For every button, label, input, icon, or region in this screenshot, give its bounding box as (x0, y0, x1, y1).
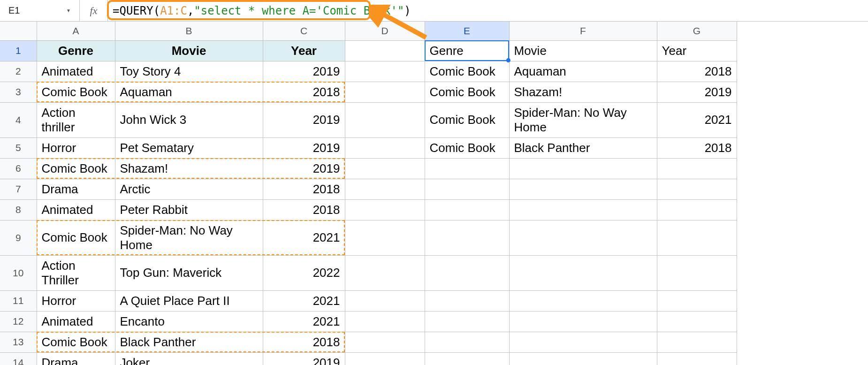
cell-B13[interactable]: Black Panther (115, 332, 263, 352)
col-header-G[interactable]: G (657, 22, 737, 40)
cell-F9[interactable] (509, 220, 657, 255)
cell-G3[interactable]: 2019 (657, 82, 737, 102)
cell-C1[interactable]: Year (263, 40, 345, 61)
col-header-A[interactable]: A (37, 22, 115, 40)
cell-G9[interactable] (657, 220, 737, 255)
cell-D1[interactable] (345, 40, 425, 61)
cell-A2[interactable]: Animated (37, 61, 115, 82)
cell-C7[interactable]: 2018 (263, 179, 345, 199)
cell-D7[interactable] (345, 179, 425, 199)
row-header-14[interactable]: 14 (0, 352, 37, 365)
cell-E1[interactable]: Genre (425, 40, 509, 61)
cell-D4[interactable] (345, 102, 425, 137)
cell-G2[interactable]: 2018 (657, 61, 737, 82)
cell-E2[interactable]: Comic Book (425, 61, 509, 82)
cell-E9[interactable] (425, 220, 509, 255)
select-all-corner[interactable] (0, 22, 37, 40)
cell-B2[interactable]: Toy Story 4 (115, 61, 263, 82)
cell-D11[interactable] (345, 290, 425, 311)
cell-A3[interactable]: Comic Book (37, 82, 115, 102)
cell-F7[interactable] (509, 179, 657, 199)
row-header-1[interactable]: 1 (0, 40, 37, 61)
cell-E7[interactable] (425, 179, 509, 199)
col-header-D[interactable]: D (345, 22, 425, 40)
cell-C5[interactable]: 2019 (263, 137, 345, 158)
cell-B3[interactable]: Aquaman (115, 82, 263, 102)
cell-A8[interactable]: Animated (37, 199, 115, 220)
cell-C4[interactable]: 2019 (263, 102, 345, 137)
cell-C8[interactable]: 2018 (263, 199, 345, 220)
cell-B4[interactable]: John Wick 3 (115, 102, 263, 137)
cell-F10[interactable] (509, 255, 657, 290)
cell-G5[interactable]: 2018 (657, 137, 737, 158)
cell-G7[interactable] (657, 179, 737, 199)
row-header-5[interactable]: 5 (0, 137, 37, 158)
cell-C12[interactable]: 2021 (263, 311, 345, 332)
cell-C11[interactable]: 2021 (263, 290, 345, 311)
cell-F2[interactable]: Aquaman (509, 61, 657, 82)
cell-F12[interactable] (509, 311, 657, 332)
cell-B12[interactable]: Encanto (115, 311, 263, 332)
cell-A9[interactable]: Comic Book (37, 220, 115, 255)
cell-B10[interactable]: Top Gun: Maverick (115, 255, 263, 290)
cell-E13[interactable] (425, 332, 509, 352)
cell-C3[interactable]: 2018 (263, 82, 345, 102)
spreadsheet-grid[interactable]: A B C D E F G 1 Genre Movie Year Genre M… (0, 22, 737, 365)
col-header-E[interactable]: E (425, 22, 509, 40)
cell-A4[interactable]: Action thriller (37, 102, 115, 137)
row-header-13[interactable]: 13 (0, 332, 37, 352)
cell-E14[interactable] (425, 352, 509, 365)
chevron-down-icon[interactable]: ▼ (66, 8, 71, 13)
cell-E11[interactable] (425, 290, 509, 311)
cell-F14[interactable] (509, 352, 657, 365)
cell-B11[interactable]: A Quiet Place Part II (115, 290, 263, 311)
cell-E5[interactable]: Comic Book (425, 137, 509, 158)
cell-B9[interactable]: Spider-Man: No Way Home (115, 220, 263, 255)
cell-C2[interactable]: 2019 (263, 61, 345, 82)
row-header-7[interactable]: 7 (0, 179, 37, 199)
cell-A5[interactable]: Horror (37, 137, 115, 158)
col-header-C[interactable]: C (263, 22, 345, 40)
cell-D10[interactable] (345, 255, 425, 290)
cell-C9[interactable]: 2021 (263, 220, 345, 255)
cell-C10[interactable]: 2022 (263, 255, 345, 290)
cell-E12[interactable] (425, 311, 509, 332)
cell-G6[interactable] (657, 158, 737, 179)
cell-F3[interactable]: Shazam! (509, 82, 657, 102)
cell-G11[interactable] (657, 290, 737, 311)
cell-A11[interactable]: Horror (37, 290, 115, 311)
cell-A6[interactable]: Comic Book (37, 158, 115, 179)
cell-A12[interactable]: Animated (37, 311, 115, 332)
cell-F13[interactable] (509, 332, 657, 352)
formula-input[interactable]: = QUERY ( A1:C , "select * where A='Comi… (108, 0, 411, 21)
row-header-3[interactable]: 3 (0, 82, 37, 102)
cell-D5[interactable] (345, 137, 425, 158)
col-header-B[interactable]: B (115, 22, 263, 40)
cell-D6[interactable] (345, 158, 425, 179)
cell-G4[interactable]: 2021 (657, 102, 737, 137)
cell-A10[interactable]: Action Thriller (37, 255, 115, 290)
cell-F11[interactable] (509, 290, 657, 311)
cell-D14[interactable] (345, 352, 425, 365)
cell-A13[interactable]: Comic Book (37, 332, 115, 352)
cell-F1[interactable]: Movie (509, 40, 657, 61)
cell-A7[interactable]: Drama (37, 179, 115, 199)
cell-B14[interactable]: Joker (115, 352, 263, 365)
cell-B6[interactable]: Shazam! (115, 158, 263, 179)
cell-B7[interactable]: Arctic (115, 179, 263, 199)
row-header-6[interactable]: 6 (0, 158, 37, 179)
cell-F8[interactable] (509, 199, 657, 220)
cell-D9[interactable] (345, 220, 425, 255)
cell-C6[interactable]: 2019 (263, 158, 345, 179)
cell-B5[interactable]: Pet Sematary (115, 137, 263, 158)
cell-D8[interactable] (345, 199, 425, 220)
cell-B1[interactable]: Movie (115, 40, 263, 61)
cell-C14[interactable]: 2019 (263, 352, 345, 365)
cell-F5[interactable]: Black Panther (509, 137, 657, 158)
cell-F6[interactable] (509, 158, 657, 179)
cell-G10[interactable] (657, 255, 737, 290)
cell-E3[interactable]: Comic Book (425, 82, 509, 102)
cell-E4[interactable]: Comic Book (425, 102, 509, 137)
row-header-12[interactable]: 12 (0, 311, 37, 332)
cell-A1[interactable]: Genre (37, 40, 115, 61)
